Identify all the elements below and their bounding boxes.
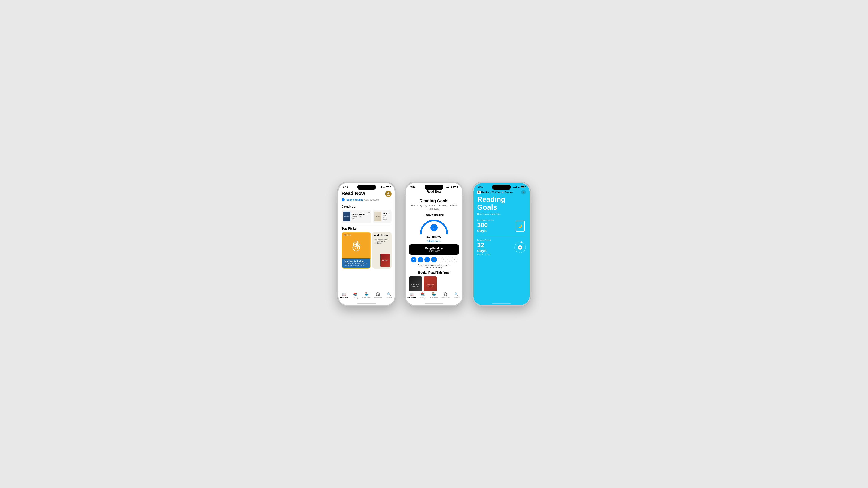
read-now-icon-1: 📖 — [342, 292, 346, 296]
streak-bold: 4-day — [429, 264, 435, 266]
tab-bookstore-2[interactable]: 🏪 Book Store — [428, 292, 440, 299]
tab-label-audiobooks-2: Audiobooks — [441, 297, 450, 299]
continue-title: Continue — [339, 203, 395, 210]
book-author-atomic: James Clear — [352, 216, 370, 218]
search-icon-2: 🔍 — [454, 292, 459, 296]
gauge-check-icon: ✓ — [430, 224, 438, 231]
phone-2: 9:41 ▲ Read Now — [405, 182, 463, 306]
rg-title: Reading Goals — [409, 198, 459, 203]
more-icon-atomic[interactable]: ••• — [367, 211, 370, 214]
adjust-goal-link[interactable]: Adjust Goal › — [409, 240, 459, 242]
tab-audiobooks-2[interactable]: 🎧 Audiobooks — [440, 292, 451, 299]
book-progress-atomic: 56% — [352, 218, 370, 220]
orbit-icon — [515, 242, 526, 253]
goal-check-icon: ✓ — [342, 198, 344, 201]
gauge-title: Today's Reading — [424, 214, 444, 216]
day-f: F — [445, 257, 451, 262]
continue-cards: Atomic Habits Atomic Habits: An Easy & P… — [339, 210, 395, 225]
book-title-silent: The Si... — [383, 212, 390, 215]
book-progress-silent: 67% — [383, 219, 390, 221]
bookstore-icon-1: 🏪 — [365, 292, 369, 296]
avatar-1[interactable] — [385, 191, 392, 197]
day-s1: S — [411, 257, 416, 262]
signal-icon-2 — [446, 186, 450, 188]
tab-audiobooks-1[interactable]: 🎧 Audiobooks — [372, 292, 383, 299]
rg-popup: 📚 Books 2023 Year in Review × Reading Go… — [473, 189, 529, 302]
scene: 9:41 ▲ Read N — [0, 0, 868, 488]
close-button[interactable]: × — [521, 190, 526, 194]
featured-sub: Celebrate all the books you've read or l… — [344, 262, 368, 267]
sun-center — [518, 245, 522, 250]
battery-icon-3 — [521, 186, 525, 188]
close-icon: × — [523, 191, 524, 194]
wifi-icon-1: ▲ — [383, 186, 385, 188]
small-book-lp: LOUISE PENNY THE PATIENT — [409, 276, 422, 291]
goal-achieved-row: ✓ Today's Reading Goal achieved — [339, 198, 395, 203]
audiobooks-label: Audiobooks — [372, 232, 392, 238]
battery-icon-2 — [454, 186, 458, 188]
svg-point-2 — [355, 246, 358, 249]
book-outline-icon: 🌙 + — [516, 221, 525, 232]
dynamic-island-3 — [492, 185, 511, 190]
gauge-container: Today's Reading ✓ 21 minutes — [409, 214, 459, 238]
tab-read-now-1[interactable]: 📖 Read Now — [339, 292, 350, 299]
tab-library-2[interactable]: 📚 Library — [417, 292, 429, 299]
book-cover-atomic: Atomic Habits — [343, 212, 350, 221]
tab-label-search-2: Search — [454, 297, 459, 299]
day-t1: T — [424, 257, 430, 262]
popup-header: 📚 Books 2023 Year in Review × — [477, 189, 526, 194]
reading-goals-main: Reading Goals Read every day, see your s… — [406, 195, 462, 291]
tab-bar-1: 📖 Read Now 📚 Library 🏪 Book Store 🎧 Audi… — [339, 291, 395, 302]
phone1-content: Read Now ✓ Today's Reading Goal achieved… — [339, 189, 395, 291]
popup-year-text: 2023 Year in Review — [490, 191, 513, 194]
plus-icon: + — [522, 222, 523, 224]
books-logo-featured: 📚 Books — [344, 234, 351, 236]
audiobooks-card[interactable]: Audiobooks Suggestions based on what you… — [372, 232, 392, 269]
tab-read-now-2[interactable]: 📖 Read Now — [406, 292, 417, 299]
phone-1: 9:41 ▲ Read N — [337, 182, 396, 306]
library-icon-1: 📚 — [353, 292, 357, 296]
stat-icon-streak — [515, 241, 526, 254]
book-cover-silent: The Silent — [374, 212, 381, 221]
status-time-3: 9:41 — [478, 185, 483, 188]
tab-label-read-now-2: Read Now — [407, 297, 416, 299]
status-time-1: 9:41 — [343, 185, 348, 188]
tab-label-read-now-1: Read Now — [340, 297, 348, 299]
page-title-1: Read Now — [342, 191, 365, 196]
stat-info-streak: Longest Streak 32 days Sept 3 – Oct 2 — [477, 239, 512, 256]
streak-unit: days — [477, 248, 512, 253]
phone2-content: Read Now Reading Goals Read every day, s… — [406, 189, 462, 305]
wifi-icon-2: ▲ — [451, 186, 453, 188]
status-bar-3: 9:41 ▲ — [473, 183, 529, 189]
dynamic-island-1 — [357, 185, 376, 190]
rg-subtitle: Read every day, see your stats soar, and… — [409, 204, 459, 210]
read-now-icon-2: 📖 — [409, 292, 414, 296]
home-indicator-3 — [473, 302, 529, 305]
svg-point-7 — [519, 247, 521, 248]
tab-label-bookstore-1: Book Store — [363, 297, 371, 299]
book-card-silent[interactable]: The Silent The Si... Alex M... 67% — [373, 210, 392, 223]
signal-icon-1 — [379, 186, 382, 188]
audiobooks-sub: Suggestions based on what you've purchas… — [372, 238, 392, 244]
tab-search-1[interactable]: 🔍 Search — [383, 292, 395, 299]
status-bar-1: 9:41 ▲ — [339, 183, 395, 189]
tab-search-2[interactable]: 🔍 Search — [451, 292, 462, 299]
status-time-2: 9:41 — [410, 185, 415, 188]
featured-card[interactable]: 📚 Books — [342, 232, 371, 269]
stat-info-goal: Reading Goal Met 300 days — [477, 219, 512, 233]
moon-icon: 🌙 — [518, 224, 522, 228]
goal-met-label: Reading Goal Met — [477, 219, 512, 221]
books-app-icon: 📚 — [477, 191, 480, 194]
book-card-atomic[interactable]: Atomic Habits Atomic Habits: An Easy & P… — [342, 210, 371, 223]
search-icon-1: 🔍 — [387, 292, 391, 296]
streak-record: Record is 32 days. — [425, 266, 442, 268]
keep-reading-button[interactable]: Keep Reading Fourth Wing — [409, 245, 459, 255]
day-m: M — [417, 257, 423, 262]
tab-bookstore-1[interactable]: 🏪 Book Store — [361, 292, 372, 299]
top-picks-cards: 📚 Books — [342, 232, 392, 269]
tab-label-library-2: Library — [420, 297, 426, 299]
rg-big-title: Reading Goals — [477, 196, 526, 212]
edu-book-cover: Edu­cate — [380, 254, 390, 267]
goal-label: Today's Reading — [345, 198, 363, 201]
tab-library-1[interactable]: 📚 Library — [350, 292, 361, 299]
